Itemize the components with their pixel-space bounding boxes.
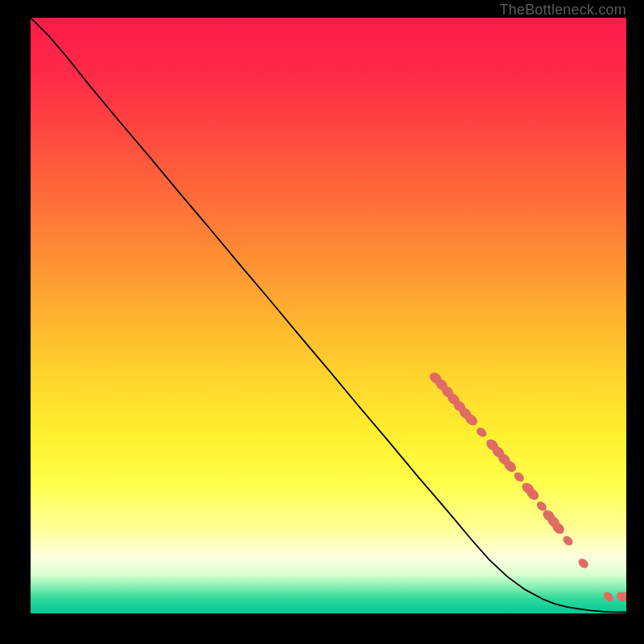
bottleneck-curve — [31, 18, 626, 613]
curve-marker — [512, 470, 526, 483]
chart-container: TheBottleneck.com — [0, 0, 644, 644]
curve-marker — [561, 535, 575, 547]
plot-area — [31, 18, 626, 613]
marker-group — [427, 370, 626, 604]
curve-marker — [576, 557, 590, 570]
curve-marker — [475, 426, 489, 439]
curve-layer — [31, 18, 626, 613]
watermark-text: TheBottleneck.com — [500, 2, 626, 19]
curve-marker — [601, 590, 615, 603]
